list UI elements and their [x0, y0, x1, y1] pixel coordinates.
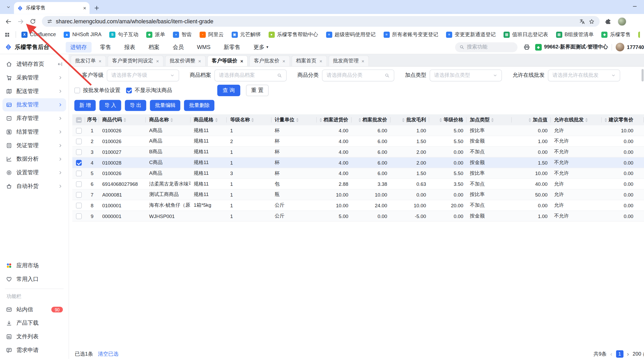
site-info-icon[interactable]: [47, 19, 53, 24]
prev-page-icon[interactable]: ‹: [610, 351, 612, 357]
column-header-grade[interactable]: 等级名称: [227, 114, 271, 125]
sort-icon[interactable]: [252, 118, 254, 122]
column-header-online[interactable]: 允许在线批发: [551, 114, 602, 125]
nav-item[interactable]: 新零售: [219, 42, 245, 52]
column-header-wholesale-price[interactable]: 档案批发价: [352, 114, 391, 125]
close-icon[interactable]: ×: [362, 58, 364, 64]
sidebar-item[interactable]: 进销存首页: [2, 58, 66, 71]
sidebar-item[interactable]: 数据分析: [2, 153, 66, 166]
nav-item[interactable]: WMS: [192, 42, 215, 52]
sidebar-item[interactable]: 配送管理: [2, 85, 66, 98]
row-checkbox[interactable]: [76, 213, 82, 219]
sidebar-item[interactable]: 设置管理: [2, 166, 66, 179]
close-icon[interactable]: ×: [240, 58, 243, 64]
table-row[interactable]: 4 0100028 C商品 规格11 1 杯 4.00 6.00 2.00 0.…: [72, 157, 644, 168]
filter-input[interactable]: 请选择允许在线批发: [548, 69, 620, 81]
page-tab[interactable]: 批发商管理 ×: [328, 56, 369, 66]
row-checkbox[interactable]: [76, 192, 82, 198]
bookmark[interactable]: ≡ 超级密码使用登记: [326, 31, 376, 38]
search-icon[interactable]: [277, 73, 282, 78]
option-checkbox[interactable]: 按批发单位设置: [74, 87, 120, 94]
close-icon[interactable]: ×: [198, 58, 201, 64]
table-row[interactable]: 7 A000081 测试工商商品 规格11 1 瓶 10.00 10.00 0.…: [72, 189, 644, 200]
sidebar-item[interactable]: 采购管理: [2, 71, 66, 84]
column-header-unit[interactable]: 计量单位: [271, 114, 317, 125]
row-checkbox[interactable]: [76, 149, 82, 155]
table-row[interactable]: 9 0000001 WJHSP001 1 公斤 5.00 0.00 -5.00 …: [72, 211, 644, 222]
sidebar-item[interactable]: 文件列表: [2, 330, 66, 343]
filter-input[interactable]: 请选择客户等级: [107, 69, 179, 81]
column-header-purchase-price[interactable]: 档案进货价: [317, 114, 352, 125]
bookmark[interactable]: ▣ 元芒解绑: [231, 31, 260, 38]
browser-tab[interactable]: 乐檬零售 ×: [14, 2, 90, 14]
page-size-select[interactable]: 200 条/页: [633, 350, 644, 357]
sort-icon[interactable]: [585, 118, 588, 122]
column-header-markup-value[interactable]: 加点值: [512, 114, 551, 125]
bookmark[interactable]: ◆ 乐檬零售: [601, 31, 630, 38]
bookmark[interactable]: ▲ NHSoft JIRA: [64, 31, 101, 38]
page-tab[interactable]: 客户要货时间设定 ×: [108, 56, 163, 66]
search-icon[interactable]: [384, 73, 390, 78]
checkbox-indeterminate[interactable]: [76, 117, 82, 123]
row-checkbox[interactable]: [76, 181, 82, 187]
bookmark[interactable]: ▦ 值班日志登记表: [503, 31, 548, 38]
column-header-spec[interactable]: 商品规格: [190, 114, 227, 125]
page-tab[interactable]: 批发价调整 ×: [165, 56, 206, 66]
page-tab[interactable]: 批发订单 ×: [71, 56, 106, 66]
user-avatar[interactable]: [616, 43, 624, 51]
extensions-icon[interactable]: [604, 18, 611, 25]
query-button[interactable]: 查 询: [217, 85, 240, 96]
reload-button[interactable]: [28, 17, 38, 26]
table-row[interactable]: 3 0100027 B商品 规格11 1 杯 4.00 6.00 2.00 0.…: [72, 147, 644, 157]
bookmark[interactable]: ● 乐檬零售帮助中心: [268, 31, 318, 38]
sidebar-item[interactable]: 站内信 90: [2, 303, 66, 316]
bookmark[interactable]: X Confluence: [21, 31, 56, 38]
close-icon[interactable]: ×: [282, 58, 285, 64]
column-header-retail-price[interactable]: 建议零售价: [602, 114, 644, 125]
sort-icon[interactable]: [358, 118, 361, 122]
bookmark[interactable]: S 句子互动: [109, 31, 138, 38]
bookmark[interactable]: ≡ 变更更新通道登记: [446, 31, 496, 38]
option-checkbox[interactable]: 不显示淘汰商品: [126, 87, 172, 94]
bookmark[interactable]: ◗ 智齿: [173, 31, 192, 38]
bookmark[interactable]: ≡ 所有者账号变更登记: [384, 31, 438, 38]
new-tab-button[interactable]: [94, 5, 100, 11]
url-text[interactable]: sharec.lemengcloud.com/ama/wholesale/bas…: [56, 18, 576, 25]
sort-icon[interactable]: [604, 118, 607, 122]
sidebar-item[interactable]: 产品下载: [2, 317, 66, 330]
column-header-name[interactable]: 商品名称: [146, 114, 190, 125]
row-checkbox[interactable]: [76, 138, 82, 144]
sidebar-item[interactable]: 应用市场: [2, 259, 66, 272]
translate-icon[interactable]: [579, 18, 585, 25]
sidebar-item[interactable]: 结算管理: [2, 126, 66, 139]
sidebar-item[interactable]: 常用入口: [2, 273, 66, 286]
bookmark[interactable]: ◆ 派单: [146, 31, 165, 38]
nav-item[interactable]: 会员: [168, 42, 188, 52]
row-checkbox[interactable]: [76, 170, 82, 176]
column-header-grade-price[interactable]: 等级价格: [429, 114, 467, 125]
nav-item[interactable]: 档案: [144, 42, 164, 52]
user-id[interactable]: 177740: [627, 44, 644, 50]
page-tab[interactable]: 档案首页 ×: [291, 56, 327, 66]
column-header-code[interactable]: 商品代码: [99, 114, 146, 125]
current-page[interactable]: 1: [616, 350, 623, 358]
printer-icon[interactable]: [523, 43, 530, 51]
action-button[interactable]: 批量编辑: [150, 100, 180, 111]
sort-icon[interactable]: [440, 118, 442, 122]
sort-icon[interactable]: [529, 118, 531, 122]
tab-search-button[interactable]: [3, 2, 13, 12]
app-logo[interactable]: 乐檬零售后台: [5, 43, 49, 51]
sort-icon[interactable]: [124, 118, 126, 122]
minimize-icon[interactable]: [632, 4, 637, 9]
browser-profile-avatar[interactable]: [618, 17, 626, 26]
store-name[interactable]: 99662-新界面测试-管理中心: [544, 43, 608, 51]
sidebar-item[interactable]: 需求申请: [2, 344, 66, 357]
row-checkbox[interactable]: [76, 160, 82, 166]
close-icon[interactable]: ×: [156, 58, 159, 64]
next-page-icon[interactable]: ›: [627, 351, 629, 357]
filter-input[interactable]: 请选择商品档案: [214, 69, 287, 81]
bookmark[interactable]: ● 管理后台: [639, 31, 640, 38]
page-tab[interactable]: 客户等级价 ×: [207, 56, 248, 66]
bookmark-star-icon[interactable]: [589, 18, 595, 25]
clear-selection-link[interactable]: 清空已选: [98, 350, 118, 357]
